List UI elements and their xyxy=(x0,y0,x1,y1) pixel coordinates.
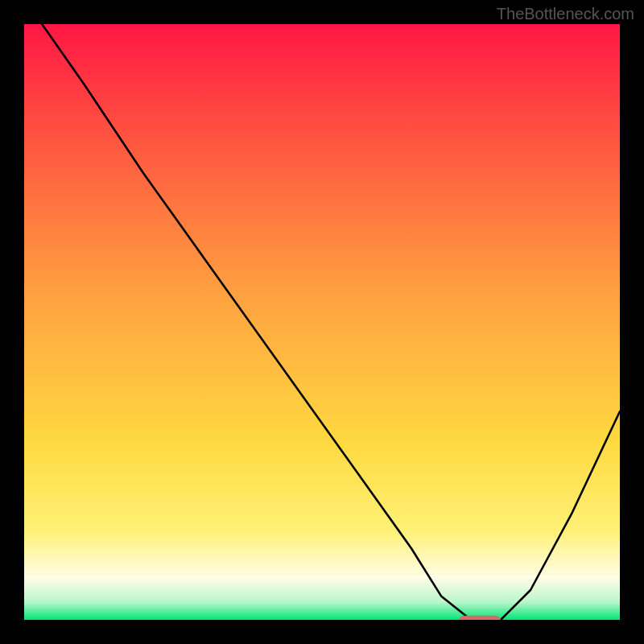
plot-area xyxy=(24,24,620,620)
chart-frame: TheBottleneck.com xyxy=(0,0,644,644)
curve-overlay xyxy=(24,24,620,620)
watermark-text: TheBottleneck.com xyxy=(497,5,634,23)
bottleneck-curve xyxy=(42,24,620,620)
optimum-marker xyxy=(459,616,501,620)
